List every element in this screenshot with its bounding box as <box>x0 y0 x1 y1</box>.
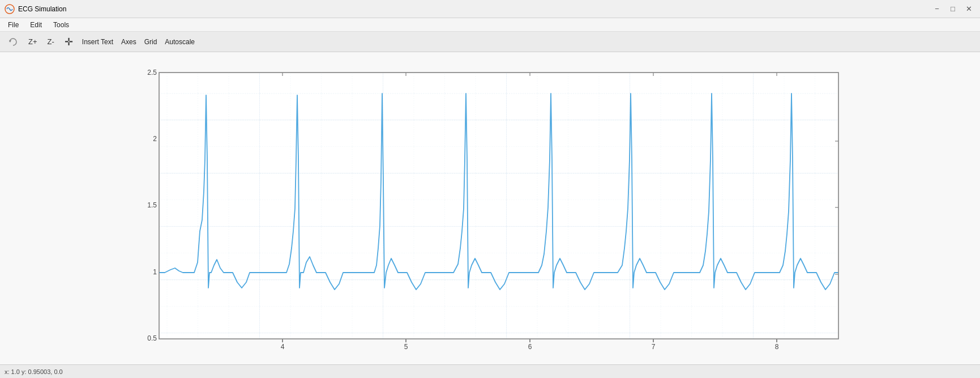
menu-file[interactable]: File <box>2 20 24 30</box>
y-label-1-5: 1.5 <box>147 201 157 209</box>
title-bar: ECG Simulation − □ ✕ <box>0 0 980 18</box>
autoscale-button[interactable]: Autoscale <box>162 37 197 47</box>
x-label-5: 5 <box>404 343 408 350</box>
title-bar-controls: − □ ✕ <box>930 2 975 16</box>
grid-button[interactable]: Grid <box>142 37 160 47</box>
zoom-in-button[interactable]: Z+ <box>25 35 41 49</box>
insert-text-button[interactable]: Insert Text <box>80 37 115 47</box>
title-bar-left: ECG Simulation <box>5 4 66 14</box>
status-text: x: 1.0 y: 0.95003, 0.0 <box>5 368 63 375</box>
zoom-out-button[interactable]: Z- <box>44 35 58 49</box>
rotate-icon <box>8 37 18 47</box>
menu-tools[interactable]: Tools <box>48 20 75 30</box>
toolbar: Z+ Z- ✛ Insert Text Axes Grid Autoscale <box>0 32 980 52</box>
rotate-button[interactable] <box>5 35 22 49</box>
minimize-button[interactable]: − <box>930 2 944 16</box>
close-button[interactable]: ✕ <box>962 2 975 16</box>
y-label-1: 1 <box>153 268 157 276</box>
x-label-7: 7 <box>651 343 655 350</box>
menu-bar: File Edit Tools <box>0 18 980 32</box>
move-button[interactable]: ✛ <box>61 35 76 49</box>
ecg-chart[interactable]: 2.5 2 1.5 1 0.5 4 5 6 7 8 <box>136 67 844 350</box>
status-bar: x: 1.0 y: 0.95003, 0.0 <box>0 364 980 378</box>
y-label-2-5: 2.5 <box>147 69 157 77</box>
y-label-0-5: 0.5 <box>147 334 157 342</box>
y-label-2: 2 <box>153 135 157 143</box>
menu-edit[interactable]: Edit <box>24 20 48 30</box>
maximize-button[interactable]: □ <box>946 2 960 16</box>
main-content: 2.5 2 1.5 1 0.5 4 5 6 7 8 <box>0 52 980 364</box>
move-icon: ✛ <box>65 37 73 47</box>
axes-button[interactable]: Axes <box>119 37 139 47</box>
app-logo-icon <box>5 4 15 14</box>
chart-container: 2.5 2 1.5 1 0.5 4 5 6 7 8 <box>136 67 844 350</box>
x-label-4: 4 <box>280 343 284 350</box>
x-label-6: 6 <box>528 343 532 350</box>
window-title: ECG Simulation <box>18 5 66 13</box>
svg-rect-8 <box>159 73 838 339</box>
x-label-8: 8 <box>774 343 778 350</box>
